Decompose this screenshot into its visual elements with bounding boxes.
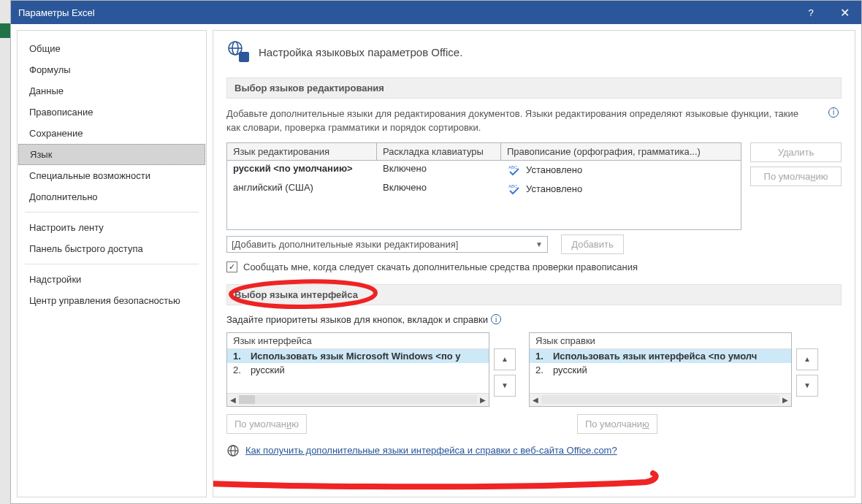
sidebar-item[interactable]: Надстройки [18,269,206,290]
sidebar-item[interactable]: Специальные возможности [18,165,206,186]
notify-checkbox-row[interactable]: ✓ Сообщать мне, когда следует скачать до… [226,261,842,272]
svg-text:ABC: ABC [508,165,518,169]
globe-icon [226,444,240,457]
cell-lang: русский <по умолчанию> [227,161,377,180]
sidebar-item[interactable]: Общие [18,38,206,59]
cell-proofing: ABCУстановлено [501,161,741,180]
move-up-button[interactable]: ▲ [796,348,818,370]
info-icon[interactable]: i [491,314,501,324]
add-button[interactable]: Добавить [561,234,624,254]
sidebar-item[interactable]: Настроить ленту [18,217,206,238]
content-pane: 字 Настройка языковых параметров Office. … [213,30,855,497]
svg-text:字: 字 [240,53,248,61]
dialog-title: Параметры Excel [18,7,794,18]
help-set-default[interactable]: По умолчанию [577,414,657,434]
move-down-button[interactable]: ▼ [494,375,516,397]
editing-languages-description: Добавьте дополнительные языки для редакт… [226,107,842,135]
sidebar-item[interactable]: Дополнительно [18,186,206,207]
titlebar: Параметры Excel ? ✕ [11,1,861,24]
table-row[interactable]: английский (США)ВключеноABCУстановлено [227,180,741,199]
delete-button[interactable]: Удалить [750,142,842,162]
close-button[interactable]: ✕ [828,1,861,24]
chevron-down-icon: ▼ [535,240,543,248]
sidebar-item[interactable]: Данные [18,80,206,102]
add-language-combo[interactable]: [Добавить дополнительные языки редактиро… [226,236,548,253]
checkbox-label: Сообщать мне, когда следует скачать допо… [243,261,638,272]
language-section-icon: 字 [226,39,251,64]
sidebar-item[interactable]: Центр управления безопасностью [18,290,206,311]
desc1-text: Добавьте дополнительные языки для редакт… [226,108,798,133]
list-item[interactable]: 1.Использовать язык интерфейса <по умолч [530,349,791,363]
th-proofing: Правописание (орфография, грамматика...) [501,143,741,161]
help-language-block: Язык справки 1.Использовать язык интерфе… [529,332,818,407]
help-language-list[interactable]: Язык справки 1.Использовать язык интерфе… [529,332,792,407]
move-down-button[interactable]: ▼ [796,375,818,397]
th-keyboard: Раскладка клавиатуры [377,143,501,161]
list-item[interactable]: 2.русский [227,363,489,377]
cell-keyboard: Включено [377,161,501,180]
display-list-header: Язык интерфейса [227,333,489,349]
list-item[interactable]: 2.русский [530,363,791,377]
list-item[interactable]: 1.Использовать язык Microsoft Windows <п… [227,349,489,363]
checkbox-icon: ✓ [226,261,237,272]
sidebar-item[interactable]: Панель быстрого доступа [18,238,206,259]
cell-proofing: ABCУстановлено [501,180,741,199]
sidebar-item[interactable]: Язык [18,144,205,165]
hscrollbar[interactable]: ◀▶ [530,393,791,406]
info-icon[interactable]: i [828,107,839,118]
sidebar-item[interactable]: Сохранение [18,123,206,144]
editing-languages-section: Выбор языков редактирования [226,77,842,99]
sidebar-item[interactable]: Правописание [18,102,206,123]
more-languages-link[interactable]: Как получить дополнительные языки интерф… [245,445,617,456]
combo-text: [Добавить дополнительные языки редактиро… [232,239,458,250]
th-language: Язык редактирования [227,143,377,161]
display-language-list[interactable]: Язык интерфейса 1.Использовать язык Micr… [226,332,489,407]
hscrollbar[interactable]: ◀▶ [227,393,489,406]
category-sidebar: ОбщиеФормулыДанныеПравописаниеСохранение… [17,30,207,497]
svg-text:ABC: ABC [508,184,518,188]
set-default-button[interactable]: По умолчанию [750,167,842,186]
sidebar-item[interactable]: Формулы [18,59,206,80]
help-button[interactable]: ? [794,1,828,24]
cell-keyboard: Включено [377,180,501,199]
move-up-button[interactable]: ▲ [494,348,516,370]
ui-lang-description: Задайте приоритеты языков для кнопок, вк… [226,314,488,325]
editing-languages-table[interactable]: Язык редактирования Раскладка клавиатуры… [226,142,741,230]
help-list-header: Язык справки [530,333,791,349]
ui-language-section: Выбор языка интерфейса [226,284,842,305]
heading-text: Настройка языковых параметров Office. [259,46,462,58]
table-row[interactable]: русский <по умолчанию>ВключеноABCУстанов… [227,161,741,180]
display-set-default[interactable]: По умолчанию [226,414,307,434]
excel-options-dialog: Параметры Excel ? ✕ ОбщиеФормулыДанныеПр… [10,0,862,504]
cell-lang: английский (США) [227,180,377,199]
excel-left-strip [0,23,10,38]
display-language-block: Язык интерфейса 1.Использовать язык Micr… [226,332,516,407]
table-header: Язык редактирования Раскладка клавиатуры… [227,143,741,161]
